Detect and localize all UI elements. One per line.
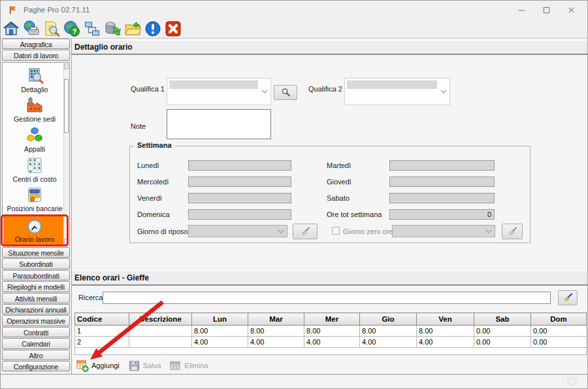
sidebar-button-calendari[interactable]: Calendari [2, 338, 70, 348]
sidebar-button-altro[interactable]: Altro [2, 350, 70, 360]
scroll-up-icon[interactable] [64, 63, 69, 69]
search-label: Ricerca [78, 294, 103, 301]
detail-section-header: Dettaglio orario [72, 40, 587, 55]
search-clear-button[interactable] [558, 290, 578, 305]
sidebar-item-posizioni-bancarie[interactable]: Posizioni bancarie [3, 186, 66, 212]
column-header-mar[interactable]: Mar [248, 313, 304, 326]
factory-icon [25, 96, 44, 114]
sidebar-item-gestione-sedi[interactable]: Gestione sedi [3, 96, 66, 123]
chevron-down-icon[interactable] [440, 90, 447, 93]
sidebar-button-situazione-mensile[interactable]: Situazione mensile [2, 247, 70, 258]
note-textarea[interactable] [167, 109, 271, 139]
table-add-icon [76, 360, 89, 372]
sidebar-top-buttons: AnagraficaDatori di lavoro [2, 39, 70, 61]
elenco-section-header: Elenco orari - Gieffe [72, 271, 587, 286]
giorno-zero-dropdown [392, 225, 495, 237]
column-header-gio[interactable]: Gio [360, 313, 417, 326]
sidebar-scrollbar[interactable] [63, 63, 69, 245]
window-controls [509, 1, 583, 19]
search-input[interactable] [103, 292, 551, 304]
elenco-section-title: Elenco orari - Gieffe [74, 273, 149, 282]
sidebar-button-dichiarazioni-annuali[interactable]: Dichiarazioni annuali [2, 304, 70, 314]
building-search-icon [25, 67, 44, 85]
main-toolbar: ? [1, 19, 587, 38]
giorno-riposo-dropdown [188, 225, 287, 237]
sidebar-item-orario-lavoro[interactable]: Orario lavoro [3, 216, 66, 245]
print-world-icon[interactable] [23, 20, 40, 37]
column-header-dom[interactable]: Dom [531, 313, 587, 326]
table-cell: 4.00 [417, 337, 474, 348]
table-row[interactable]: 18.008.008.008.008.000.000.00 [75, 326, 587, 337]
column-header-descrizione[interactable]: Descrizione [129, 313, 192, 326]
qualifica1-combobox[interactable] [167, 78, 271, 105]
table-cell: 4.00 [304, 337, 360, 348]
app-flag-icon [8, 5, 18, 15]
home-icon[interactable] [3, 20, 20, 37]
clock-icon [27, 219, 42, 235]
sidebar-bottom-buttons: Situazione mensileSubordinatiParasubordi… [2, 247, 70, 372]
action-label: Salva [143, 362, 161, 369]
scroll-down-icon[interactable] [64, 239, 69, 245]
sidebar-button-configurazione[interactable]: Configurazione [2, 361, 70, 371]
main-panel: Dettaglio orario Qualifica 1 Qualifica 2… [71, 39, 587, 375]
sidebar-button-operazioni-massive[interactable]: Operazioni massive [2, 315, 70, 326]
sidebar: AnagraficaDatori di lavoro DettaglioGest… [2, 39, 70, 375]
sidebar-button-riepiloghi-e-modelli[interactable]: Riepiloghi e modelli [2, 281, 70, 292]
qualifica2-combobox[interactable] [344, 78, 450, 105]
qualifica1-search-button[interactable] [274, 85, 297, 100]
document-search-icon[interactable] [43, 20, 60, 37]
maximize-button[interactable] [534, 1, 559, 19]
martedi-input [389, 160, 495, 171]
qualifica2-label: Qualifica 2 [308, 85, 342, 93]
network-icon[interactable] [84, 20, 101, 37]
column-header-lun[interactable]: Lun [192, 313, 248, 326]
column-header-ven[interactable]: Ven [417, 313, 474, 326]
sidebar-button-subordinati[interactable]: Subordinati [2, 258, 70, 269]
sidebar-button-anagrafica[interactable]: Anagrafica [2, 39, 70, 49]
cost-grid-icon [25, 156, 44, 175]
table-cell: 0.00 [531, 326, 587, 337]
action-label: Aggiungi [91, 362, 120, 369]
brush-icon [563, 292, 574, 303]
save-icon [128, 360, 140, 372]
venerdi-label: Venerdì [137, 194, 162, 202]
minimize-button[interactable] [509, 1, 534, 19]
sidebar-item-label: Appalti [24, 145, 45, 153]
web-help-icon[interactable]: ? [63, 20, 80, 37]
sidebar-button-attivita-mensili[interactable]: Attività mensili [2, 293, 70, 303]
qualifica1-label: Qualifica 1 [131, 85, 165, 93]
column-header-codice[interactable]: Codice [75, 313, 129, 326]
status-mark [567, 377, 577, 386]
sidebar-nav-panel: DettaglioGestione sediAppaltiCentri di c… [2, 62, 70, 246]
table-actions-toolbar: AggiungiSalvaElimina [73, 357, 210, 374]
sidebar-button-parasubordinati[interactable]: Parasubordinati [2, 270, 70, 280]
sidebar-item-label: Dettaglio [21, 86, 48, 93]
column-header-sab[interactable]: Sab [474, 313, 531, 326]
sidebar-item-dettaglio[interactable]: Dettaglio [3, 67, 66, 93]
sidebar-item-appalti[interactable]: Appalti [3, 126, 66, 153]
chevron-down-icon [278, 229, 284, 233]
exit-icon[interactable] [165, 20, 182, 37]
table-cell: 0.00 [531, 337, 587, 348]
table-cell: 8.00 [360, 326, 417, 337]
domenica-label: Domenica [137, 211, 170, 218]
info-icon[interactable] [144, 20, 161, 37]
aggiungi-button[interactable]: Aggiungi [74, 358, 122, 373]
table-row[interactable]: 24.004.004.004.004.000.000.00 [75, 337, 587, 348]
martedi-label: Martedì [327, 161, 351, 169]
qualifica1-value [169, 80, 258, 89]
elimina-button: Elimina [167, 358, 210, 373]
close-button[interactable] [559, 1, 583, 19]
table-cell: 8.00 [304, 326, 360, 337]
table-cell: 8.00 [417, 326, 474, 337]
data-sync-icon[interactable] [104, 20, 121, 37]
column-header-mer[interactable]: Mer [304, 313, 360, 326]
scrollbar-thumb[interactable] [64, 79, 69, 133]
sidebar-item-centri-di-costo[interactable]: Centri di costo [3, 156, 66, 183]
table-filler-cell [75, 348, 587, 355]
sidebar-button-datori-di-lavoro[interactable]: Datori di lavoro [2, 50, 70, 60]
sidebar-button-contratti[interactable]: Contratti [2, 327, 70, 337]
chevron-down-icon[interactable] [261, 90, 268, 93]
open-folder-icon[interactable] [124, 20, 141, 37]
settimana-groupbox: Settimana Lunedì Martedì Mercoledì Giove… [129, 146, 531, 243]
